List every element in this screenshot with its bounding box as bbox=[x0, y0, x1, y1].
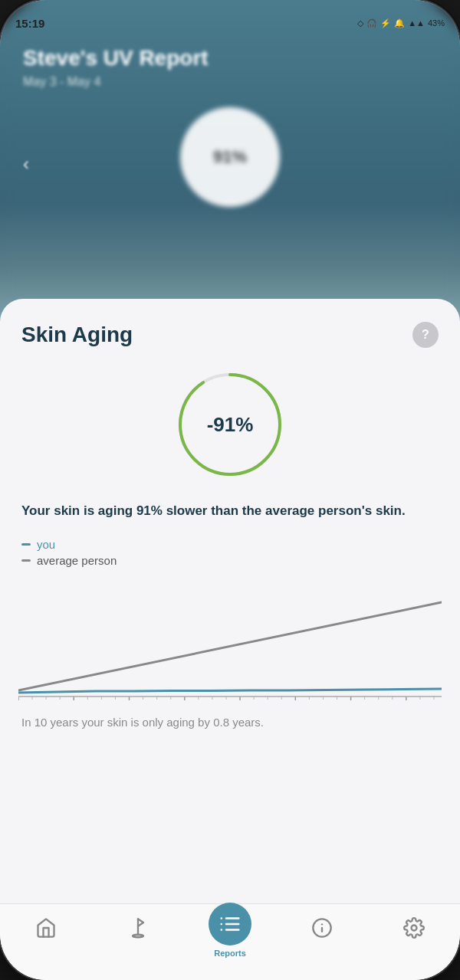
settings-icon bbox=[396, 910, 432, 946]
aging-chart bbox=[18, 579, 442, 702]
back-arrow-icon: ‹ bbox=[23, 153, 29, 175]
nav-golf[interactable] bbox=[92, 910, 184, 946]
main-card: Skin Aging ? -91% Your skin is aging 91%… bbox=[0, 299, 460, 980]
nav-home[interactable] bbox=[0, 910, 92, 946]
nav-info[interactable] bbox=[276, 910, 368, 946]
phone-frame: 15:19 ◇ 🎧 ⚡ 🔔 ▲▲ 43% Steve's UV Report M… bbox=[0, 0, 460, 980]
help-button[interactable]: ? bbox=[412, 322, 439, 348]
bottom-nav: Reports bbox=[0, 903, 460, 980]
you-label: you bbox=[37, 538, 55, 551]
chart-svg bbox=[18, 579, 442, 702]
diamond-icon: ◇ bbox=[357, 18, 363, 28]
svg-point-42 bbox=[412, 926, 417, 931]
battery-icon: 43% bbox=[428, 18, 445, 28]
legend-average: average person bbox=[21, 554, 439, 567]
chart-legend: you average person bbox=[21, 538, 439, 567]
headphones-icon: 🎧 bbox=[366, 18, 377, 28]
phone-screen: 15:19 ◇ 🎧 ⚡ 🔔 ▲▲ 43% Steve's UV Report M… bbox=[0, 0, 460, 980]
you-line-indicator bbox=[21, 543, 31, 546]
circle-gauge-container: -91% bbox=[21, 371, 439, 478]
nav-settings[interactable] bbox=[368, 910, 460, 946]
avg-label: average person bbox=[37, 554, 117, 567]
blurred-circle: 91% bbox=[180, 107, 280, 207]
status-time: 15:19 bbox=[15, 17, 44, 30]
average-line bbox=[18, 602, 442, 690]
golf-icon bbox=[120, 910, 156, 946]
nav-reports[interactable]: Reports bbox=[184, 910, 276, 958]
footer-description: In 10 years your skin is only aging by 0… bbox=[21, 702, 439, 741]
legend-you: you bbox=[21, 538, 439, 551]
gauge-label: -91% bbox=[207, 413, 254, 437]
skin-aging-description: Your skin is aging 91% slower than the a… bbox=[21, 501, 439, 521]
blurred-background: Steve's UV Report May 3 - May 4 ‹ 91% bbox=[0, 0, 460, 337]
signal-icon: ▲▲ bbox=[408, 18, 425, 28]
circle-gauge: -91% bbox=[176, 371, 284, 478]
home-icon bbox=[28, 910, 64, 946]
info-icon bbox=[304, 910, 340, 946]
status-bar: 15:19 ◇ 🎧 ⚡ 🔔 ▲▲ 43% bbox=[0, 0, 460, 38]
reports-nav-label: Reports bbox=[214, 949, 246, 958]
status-icons: ◇ 🎧 ⚡ 🔔 ▲▲ 43% bbox=[357, 18, 445, 28]
you-line bbox=[18, 689, 442, 693]
bluetooth-icon: ⚡ bbox=[380, 18, 391, 28]
blurred-title: Steve's UV Report bbox=[23, 46, 437, 70]
card-title: Skin Aging bbox=[21, 323, 133, 347]
avg-line-indicator bbox=[21, 559, 31, 562]
blurred-subtitle: May 3 - May 4 bbox=[23, 75, 437, 89]
card-header: Skin Aging ? bbox=[21, 322, 439, 348]
mute-icon: 🔔 bbox=[394, 18, 405, 28]
reports-icon bbox=[209, 903, 251, 946]
